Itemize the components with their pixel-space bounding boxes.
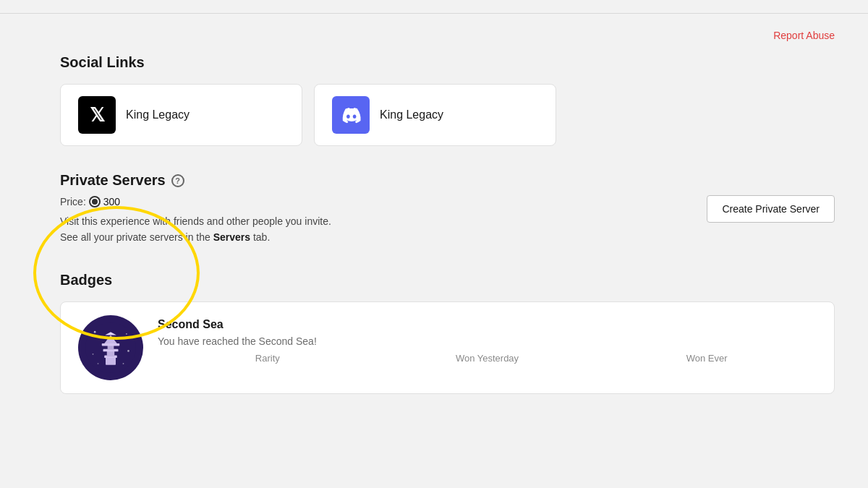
social-links-section: Social Links 𝕏 King Legacy <box>60 54 835 146</box>
robux-icon <box>89 196 101 207</box>
badge-info: Second Sea You have reached the Second S… <box>158 315 817 364</box>
badge-name: Second Sea <box>158 318 817 331</box>
badge-stats: Rarity Won Yesterday Won Ever <box>158 353 817 364</box>
svg-rect-12 <box>102 343 120 346</box>
private-servers-desc-2: See all your private servers in the Serv… <box>60 229 835 245</box>
twitter-icon: 𝕏 <box>78 96 116 134</box>
badge-description: You have reached the Second Sea! <box>158 335 817 347</box>
badge-stat-won-ever-label: Won Ever <box>597 353 817 364</box>
badge-stat-rarity-label: Rarity <box>158 353 378 364</box>
discord-card-label: King Legacy <box>380 108 443 121</box>
social-card-twitter[interactable]: 𝕏 King Legacy <box>60 84 302 146</box>
discord-svg <box>340 104 362 126</box>
svg-point-3 <box>93 354 94 355</box>
help-icon[interactable]: ? <box>171 174 184 187</box>
twitter-card-label: King Legacy <box>126 108 190 121</box>
social-links-title: Social Links <box>60 54 835 71</box>
badge-stat-won-yesterday-label: Won Yesterday <box>378 353 597 364</box>
badge-stat-won-yesterday: Won Yesterday <box>378 353 597 364</box>
main-content: Social Links 𝕏 King Legacy <box>60 54 835 394</box>
page-container: Report Abuse Social Links 𝕏 King Legacy <box>0 0 868 488</box>
social-card-discord[interactable]: King Legacy <box>314 84 556 146</box>
svg-point-5 <box>98 363 99 364</box>
svg-point-1 <box>94 331 96 333</box>
badge-stat-rarity: Rarity <box>158 353 378 364</box>
badge-avatar <box>78 315 143 380</box>
price-label: Price: <box>60 196 86 207</box>
badges-title: Badges <box>60 272 835 288</box>
social-links-row: 𝕏 King Legacy King Legacy <box>60 84 835 146</box>
private-servers-section: Private Servers ? Price: 300 Visit this … <box>60 172 835 246</box>
badge-stat-won-ever: Won Ever <box>597 353 817 364</box>
top-divider <box>0 13 868 14</box>
badge-avatar-svg <box>85 322 136 373</box>
svg-rect-11 <box>108 345 114 349</box>
svg-point-4 <box>127 350 129 352</box>
twitter-x-symbol: 𝕏 <box>90 106 105 124</box>
badge-card: Second Sea You have reached the Second S… <box>60 301 835 394</box>
badges-section: Badges <box>60 272 835 394</box>
svg-rect-7 <box>106 357 116 365</box>
discord-icon <box>332 96 370 134</box>
svg-point-2 <box>126 333 127 335</box>
private-servers-title: Private Servers <box>60 172 166 189</box>
create-private-server-button[interactable]: Create Private Server <box>707 195 835 223</box>
servers-tab-link[interactable]: Servers <box>213 231 250 243</box>
private-servers-header: Private Servers ? <box>60 172 835 189</box>
svg-rect-9 <box>107 351 115 356</box>
svg-point-6 <box>123 363 124 364</box>
price-value: 300 <box>103 196 120 207</box>
report-abuse-link[interactable]: Report Abuse <box>773 30 835 41</box>
